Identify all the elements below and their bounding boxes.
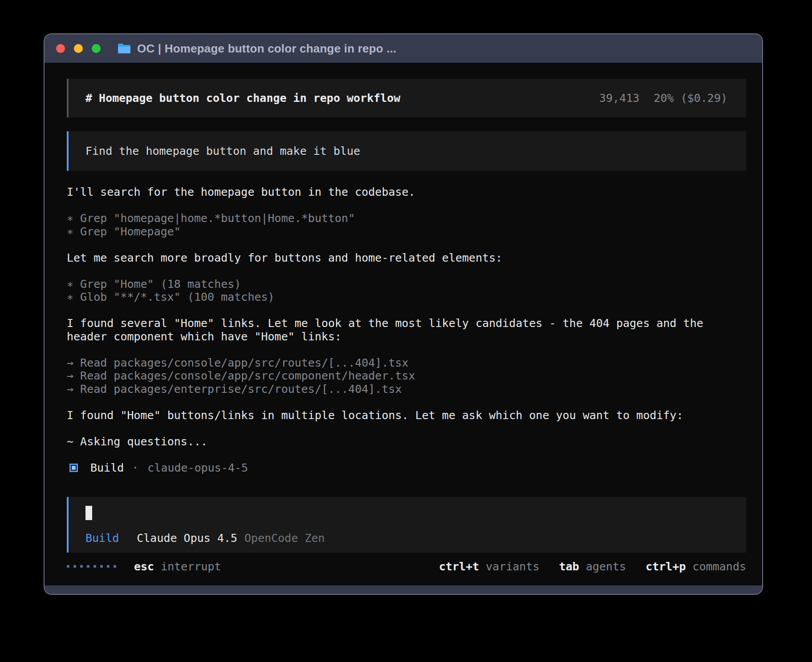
user-message-text: Find the homepage button and make it blu… xyxy=(85,145,360,157)
prompt-input[interactable]: Build Claude Opus 4.5 OpenCode Zen xyxy=(67,497,746,553)
message-line xyxy=(67,422,746,435)
message-line: ∗ Grep "Homepage" xyxy=(67,225,746,238)
session-header: # Homepage button color change in repo w… xyxy=(67,79,746,117)
session-title: # Homepage button color change in repo w… xyxy=(85,92,400,105)
message-line: I found several "Home" links. Let me loo… xyxy=(67,317,746,330)
message-line xyxy=(67,343,746,356)
message-line: ∗ Grep "homepage|home.*button|Home.*butt… xyxy=(67,212,746,225)
hint-commands: ctrl+p commands xyxy=(646,560,746,573)
message-line: → Read packages/console/app/src/componen… xyxy=(67,369,746,383)
message-line xyxy=(67,304,746,317)
message-line: header component which have "Home" links… xyxy=(67,330,746,343)
message-line: ~ Asking questions... xyxy=(67,435,746,448)
message-line: Let me search more broadly for buttons a… xyxy=(67,251,746,265)
build-mode-icon xyxy=(69,464,78,472)
message-line xyxy=(67,264,746,278)
window-titlebar[interactable]: OC | Homepage button color change in rep… xyxy=(45,34,762,63)
text-cursor xyxy=(85,506,92,520)
message-line: → Read packages/enterprise/src/routes/[.… xyxy=(67,383,746,396)
message-line xyxy=(67,238,746,251)
status-right: ctrl+t variants tab agents ctrl+p comman… xyxy=(439,560,746,573)
traffic-lights xyxy=(56,44,101,53)
assistant-messages: I'll search for the homepage button in t… xyxy=(67,186,746,448)
message-line xyxy=(67,199,746,212)
hint-interrupt: esc interrupt xyxy=(134,560,221,573)
window-title: OC | Homepage button color change in rep… xyxy=(137,42,397,56)
context-cost: 20% ($0.29) xyxy=(654,92,727,105)
message-line: I found "Home" buttons/links in multiple… xyxy=(67,409,746,422)
input-model-label[interactable]: Claude Opus 4.5 xyxy=(137,532,237,545)
minimize-button[interactable] xyxy=(74,44,83,53)
folder-icon xyxy=(118,43,131,54)
terminal-content: # Homepage button color change in repo w… xyxy=(45,63,762,585)
terminal-window: OC | Homepage button color change in rep… xyxy=(44,33,763,595)
status-bar: esc interrupt ctrl+t variants tab agents… xyxy=(67,560,746,573)
window-bottom-bar xyxy=(45,585,762,595)
agent-separator: · xyxy=(132,461,138,474)
agent-name: Build xyxy=(90,461,124,474)
message-line: ∗ Glob "**/*.tsx" (100 matches) xyxy=(67,291,746,304)
hint-agents: tab agents xyxy=(559,560,626,573)
message-line: I'll search for the homepage button in t… xyxy=(67,186,746,199)
message-line: → Read packages/console/app/src/routes/[… xyxy=(67,356,746,370)
message-line xyxy=(67,396,746,409)
message-line: ∗ Grep "Home" (18 matches) xyxy=(67,278,746,291)
agent-status-row: Build · claude-opus-4-5 xyxy=(67,461,746,474)
input-agent-label[interactable]: Build xyxy=(85,532,119,545)
agent-model: claude-opus-4-5 xyxy=(147,461,248,474)
status-left: esc interrupt xyxy=(67,560,221,573)
user-message: Find the homepage button and make it blu… xyxy=(67,131,746,171)
token-count: 39,413 xyxy=(599,92,639,105)
close-button[interactable] xyxy=(56,44,65,53)
hint-variants: ctrl+t variants xyxy=(439,560,540,573)
spinner-dots xyxy=(67,565,116,568)
input-meta: Build Claude Opus 4.5 OpenCode Zen xyxy=(85,532,729,545)
input-provider-label: OpenCode Zen xyxy=(244,532,325,545)
zoom-button[interactable] xyxy=(92,44,101,53)
session-stats: 39,413 20% ($0.29) xyxy=(599,92,727,105)
